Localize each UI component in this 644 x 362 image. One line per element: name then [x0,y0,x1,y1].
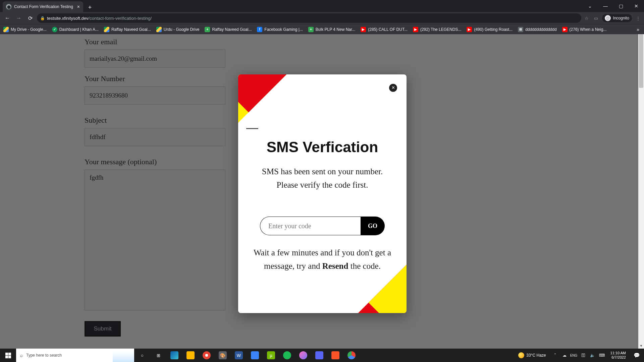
resend-link[interactable]: Resend [322,261,348,270]
drive-icon [104,27,109,32]
incognito-badge[interactable]: ㋡ Incognito [602,14,632,22]
plus-icon: + [205,27,210,32]
taskbar-explorer-button[interactable] [182,349,199,362]
chrome-icon [347,351,356,359]
spotify-icon [283,351,291,359]
bookmark-item[interactable]: ▶(276) When a Neig... [562,27,607,32]
bookmark-item[interactable]: +Raffay Naveed Goal... [205,27,252,32]
taskbar-search[interactable]: ⌕ Type here to search [16,349,134,362]
bookmarks-bar: My Drive - Google...✓Dashboard | Khan A.… [0,24,644,34]
star-icon[interactable]: ☆ [583,16,590,21]
taskbar-todo-button[interactable] [247,349,263,362]
taskbar-cortana-button[interactable]: ○ [134,349,150,362]
taskbar-paint-button[interactable]: 🎨 [215,349,231,362]
search-icon: ⌕ [20,353,23,358]
decorative-corner-tl [238,74,286,123]
browser-tab[interactable]: ⬤ Contact Form Verification Testing × [3,1,83,12]
search-decoration [113,349,134,362]
kebab-menu-icon[interactable]: ⋮ [635,16,641,21]
forward-button[interactable]: → [14,15,23,21]
messenger-icon [299,351,307,359]
bookmark-label: Dashboard | Khan A... [59,27,99,32]
modal-instruction: SMS has been sent on your number. Please… [252,165,393,192]
go-button[interactable]: GO [361,217,385,235]
tray-keyboard-icon[interactable]: ⌨ [598,353,606,358]
taskview-icon: ⊞ [154,351,162,359]
taskbar-utorrent-button[interactable]: µ [263,349,279,362]
bookmark-label: dddddddddddddd [525,27,556,32]
taskbar-chrome-button[interactable] [343,349,360,362]
start-button[interactable] [0,349,16,362]
code-input[interactable] [260,217,361,235]
lock-icon: 🔒 [40,16,45,20]
taskbar-chrome-red-button[interactable] [199,349,215,362]
windows-logo-icon [5,353,11,358]
bookmark-item[interactable]: ✓Dashboard | Khan A... [52,27,99,32]
tray-wifi-icon[interactable]: ⚿ [580,353,587,358]
bookmark-item[interactable]: fFacebook Gaming |... [257,27,303,32]
chevron-down-icon[interactable]: ⌄ [582,0,598,12]
back-button[interactable]: ← [3,15,12,21]
fb-icon: f [257,27,262,32]
taskbar-edge-button[interactable] [166,349,182,362]
tray-chevron-up-icon[interactable]: ˄ [551,353,559,358]
close-window-button[interactable]: ✕ [629,0,644,12]
tray-onedrive-icon[interactable]: ☁ [561,353,568,358]
bookmark-item[interactable]: Raffay Naveed Goal... [104,27,151,32]
bookmark-item[interactable]: My Drive - Google... [3,27,47,32]
taskbar-word-button[interactable]: W [231,349,247,362]
tray-language-icon[interactable]: ENG [570,354,578,357]
bookmark-item[interactable]: +Bulk PLP 4 New Nar... [308,27,356,32]
drive-icon [156,27,162,32]
taskbar-taskview-button[interactable]: ⊞ [150,349,166,362]
close-tab-icon[interactable]: × [77,4,80,9]
close-modal-button[interactable]: ✕ [389,84,397,92]
maximize-button[interactable]: ▢ [613,0,629,12]
bookmark-item[interactable]: ⊞dddddddddddddd [518,27,556,32]
bookmarks-overflow[interactable]: » [637,27,641,32]
bookmark-label: (276) When a Neig... [570,27,607,32]
bookmark-label: (285) CALL OF DUT... [368,27,408,32]
chrome-red-icon [203,351,211,359]
minimize-button[interactable]: — [598,0,613,12]
action-center-button[interactable]: 💬 [631,349,643,362]
explorer-icon [186,351,195,359]
new-tab-button[interactable]: + [85,3,95,12]
discord-icon [315,351,323,359]
page-viewport: Your email Your Number Subject Your mess… [0,34,644,349]
green-icon: ✓ [52,27,57,32]
bookmark-label: My Drive - Google... [11,27,47,32]
plus-icon: + [308,27,314,32]
scroll-down-arrow[interactable]: ▼ [638,343,644,349]
taskbar-clock[interactable]: 11:10 AM 6/7/2022 [608,351,629,360]
panel-icon[interactable]: ▭ [593,16,599,21]
taskbar-discord-button[interactable] [311,349,327,362]
scrollbar-thumb[interactable] [639,34,643,88]
bookmark-item[interactable]: ▶(292) The LEGENDS... [413,27,462,32]
modal-resend-text: Wait a few minutes and if you don't get … [252,246,393,273]
bookmark-label: Raffay Naveed Goal... [111,27,151,32]
vertical-scrollbar[interactable]: ▲ ▼ [638,34,644,349]
bookmark-label: (292) The LEGENDS... [420,27,462,32]
bookmark-item[interactable]: ▶(285) CALL OF DUT... [361,27,408,32]
search-placeholder: Type here to search [26,353,62,358]
yt-icon: ▶ [361,27,366,32]
window-controls: ⌄ — ▢ ✕ [582,0,644,12]
address-bar[interactable]: 🔒 testsite.xfinitysoft.dev/contact-form-… [37,13,581,23]
taskbar-spotify-button[interactable] [279,349,295,362]
cortana-icon: ○ [138,351,146,359]
weather-widget[interactable]: 33°C Haze [518,352,546,358]
tray-volume-icon[interactable]: 🔈 [589,353,596,358]
taskbar-messenger-button[interactable] [295,349,311,362]
grid-icon: ⊞ [518,27,523,32]
yt-icon: ▶ [562,27,568,32]
edge-icon [170,351,178,359]
bookmark-item[interactable]: Urdu - Google Drive [156,27,200,32]
browser-toolbar: ← → ⟳ 🔒 testsite.xfinitysoft.dev/contact… [0,12,644,24]
bookmark-label: Urdu - Google Drive [164,27,200,32]
taskbar-brave-button[interactable] [327,349,343,362]
utorrent-icon: µ [267,351,275,359]
reload-button[interactable]: ⟳ [25,15,35,21]
bookmark-item[interactable]: ▶(490) Getting Roast... [467,27,513,32]
windows-taskbar: ⌕ Type here to search ○⊞🎨Wµ 33°C Haze ˄ … [0,349,644,362]
